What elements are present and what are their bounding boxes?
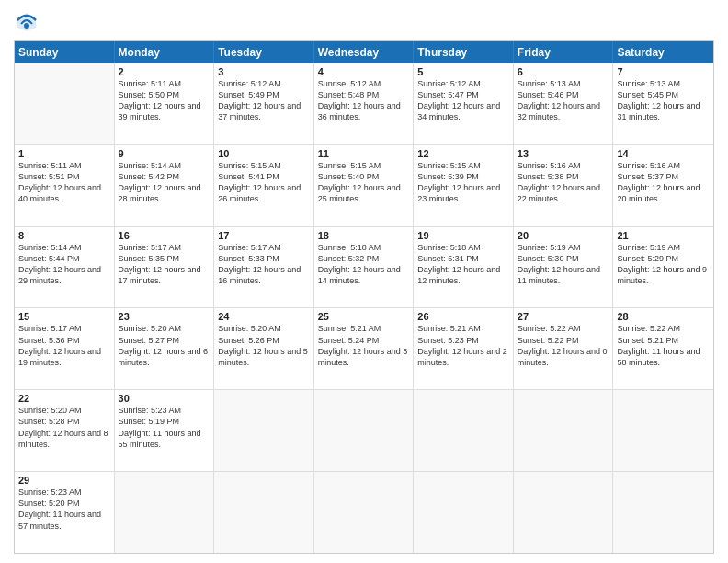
day-number: 29: [18, 475, 110, 486]
cell-details: Sunrise: 5:14 AMSunset: 5:42 PMDaylight:…: [119, 160, 210, 205]
calendar-row-2: 8Sunrise: 5:14 AMSunset: 5:44 PMDaylight…: [15, 226, 713, 308]
calendar-cell: 9Sunrise: 5:14 AMSunset: 5:42 PMDaylight…: [115, 145, 215, 226]
day-number: 24: [218, 311, 310, 322]
cell-details: Sunrise: 5:19 AMSunset: 5:30 PMDaylight:…: [518, 242, 609, 287]
calendar-cell: 11Sunrise: 5:15 AMSunset: 5:40 PMDayligh…: [314, 145, 415, 226]
calendar-cell: 15Sunrise: 5:17 AMSunset: 5:36 PMDayligh…: [15, 308, 115, 389]
cell-details: Sunrise: 5:23 AMSunset: 5:19 PMDaylight:…: [119, 405, 210, 450]
cell-details: Sunrise: 5:12 AMSunset: 5:47 PMDaylight:…: [417, 78, 509, 123]
day-number: 4: [318, 66, 410, 77]
calendar-cell: 13Sunrise: 5:16 AMSunset: 5:38 PMDayligh…: [514, 145, 614, 226]
calendar-cell: 2Sunrise: 5:11 AMSunset: 5:50 PMDaylight…: [115, 63, 215, 144]
cell-details: Sunrise: 5:17 AMSunset: 5:33 PMDaylight:…: [218, 242, 310, 287]
calendar-cell: [314, 390, 415, 471]
day-number: 7: [617, 66, 710, 77]
cell-details: Sunrise: 5:18 AMSunset: 5:31 PMDaylight:…: [417, 242, 509, 287]
cell-details: Sunrise: 5:15 AMSunset: 5:39 PMDaylight:…: [417, 160, 509, 205]
calendar-cell: [514, 390, 614, 471]
cell-details: Sunrise: 5:13 AMSunset: 5:46 PMDaylight:…: [518, 78, 609, 123]
calendar-cell: 4Sunrise: 5:12 AMSunset: 5:48 PMDaylight…: [314, 63, 415, 144]
calendar-row-0: 2Sunrise: 5:11 AMSunset: 5:50 PMDaylight…: [15, 63, 713, 144]
calendar-cell: 24Sunrise: 5:20 AMSunset: 5:26 PMDayligh…: [214, 308, 314, 389]
cell-details: Sunrise: 5:18 AMSunset: 5:32 PMDaylight:…: [318, 242, 410, 287]
calendar-cell: [214, 390, 314, 471]
cell-details: Sunrise: 5:21 AMSunset: 5:24 PMDaylight:…: [318, 323, 410, 368]
day-number: 9: [119, 148, 210, 159]
day-number: 22: [18, 393, 110, 404]
cell-details: Sunrise: 5:17 AMSunset: 5:35 PMDaylight:…: [119, 242, 210, 287]
calendar-cell: [414, 390, 514, 471]
calendar-cell: 8Sunrise: 5:14 AMSunset: 5:44 PMDaylight…: [15, 227, 115, 308]
calendar-cell: 3Sunrise: 5:12 AMSunset: 5:49 PMDaylight…: [214, 63, 314, 144]
calendar-cell: [613, 472, 713, 553]
day-number: 15: [18, 311, 110, 322]
day-number: 3: [218, 66, 310, 77]
calendar-cell: 29Sunrise: 5:23 AMSunset: 5:20 PMDayligh…: [15, 472, 115, 553]
day-number: 13: [518, 148, 609, 159]
header-day-wednesday: Wednesday: [314, 41, 415, 63]
cell-details: Sunrise: 5:19 AMSunset: 5:29 PMDaylight:…: [617, 242, 710, 287]
cell-details: Sunrise: 5:12 AMSunset: 5:48 PMDaylight:…: [318, 78, 410, 123]
header: [14, 9, 714, 35]
cell-details: Sunrise: 5:16 AMSunset: 5:38 PMDaylight:…: [518, 160, 609, 205]
calendar-cell: 14Sunrise: 5:16 AMSunset: 5:37 PMDayligh…: [613, 145, 713, 226]
calendar-cell: 27Sunrise: 5:22 AMSunset: 5:22 PMDayligh…: [514, 308, 614, 389]
calendar-header: SundayMondayTuesdayWednesdayThursdayFrid…: [15, 41, 713, 63]
calendar: SundayMondayTuesdayWednesdayThursdayFrid…: [14, 40, 714, 554]
calendar-cell: 21Sunrise: 5:19 AMSunset: 5:29 PMDayligh…: [613, 227, 713, 308]
day-number: 11: [318, 148, 410, 159]
cell-details: Sunrise: 5:20 AMSunset: 5:26 PMDaylight:…: [218, 323, 310, 368]
day-number: 18: [318, 230, 410, 241]
day-number: 20: [518, 230, 609, 241]
cell-details: Sunrise: 5:14 AMSunset: 5:44 PMDaylight:…: [18, 242, 110, 287]
calendar-cell: [15, 63, 115, 144]
cell-details: Sunrise: 5:17 AMSunset: 5:36 PMDaylight:…: [18, 323, 110, 368]
calendar-cell: 26Sunrise: 5:21 AMSunset: 5:23 PMDayligh…: [414, 308, 514, 389]
day-number: 19: [417, 230, 509, 241]
calendar-cell: 17Sunrise: 5:17 AMSunset: 5:33 PMDayligh…: [214, 227, 314, 308]
calendar-cell: 22Sunrise: 5:20 AMSunset: 5:28 PMDayligh…: [15, 390, 115, 471]
day-number: 6: [518, 66, 609, 77]
header-day-saturday: Saturday: [613, 41, 713, 63]
calendar-cell: 28Sunrise: 5:22 AMSunset: 5:21 PMDayligh…: [613, 308, 713, 389]
calendar-cell: 7Sunrise: 5:13 AMSunset: 5:45 PMDaylight…: [613, 63, 713, 144]
cell-details: Sunrise: 5:20 AMSunset: 5:28 PMDaylight:…: [18, 405, 110, 450]
day-number: 8: [18, 230, 110, 241]
calendar-row-1: 1Sunrise: 5:11 AMSunset: 5:51 PMDaylight…: [15, 144, 713, 226]
header-day-friday: Friday: [514, 41, 614, 63]
calendar-cell: [613, 390, 713, 471]
calendar-cell: 12Sunrise: 5:15 AMSunset: 5:39 PMDayligh…: [414, 145, 514, 226]
cell-details: Sunrise: 5:22 AMSunset: 5:21 PMDaylight:…: [617, 323, 710, 368]
calendar-cell: 5Sunrise: 5:12 AMSunset: 5:47 PMDaylight…: [414, 63, 514, 144]
calendar-body: 2Sunrise: 5:11 AMSunset: 5:50 PMDaylight…: [15, 63, 713, 553]
calendar-cell: 18Sunrise: 5:18 AMSunset: 5:32 PMDayligh…: [314, 227, 415, 308]
cell-details: Sunrise: 5:21 AMSunset: 5:23 PMDaylight:…: [417, 323, 509, 368]
day-number: 26: [417, 311, 509, 322]
calendar-cell: [414, 472, 514, 553]
page: SundayMondayTuesdayWednesdayThursdayFrid…: [0, 0, 728, 563]
calendar-cell: 30Sunrise: 5:23 AMSunset: 5:19 PMDayligh…: [115, 390, 215, 471]
cell-details: Sunrise: 5:20 AMSunset: 5:27 PMDaylight:…: [119, 323, 210, 368]
calendar-cell: [514, 472, 614, 553]
cell-details: Sunrise: 5:11 AMSunset: 5:50 PMDaylight:…: [119, 78, 210, 123]
day-number: 25: [318, 311, 410, 322]
day-number: 12: [417, 148, 509, 159]
calendar-cell: 1Sunrise: 5:11 AMSunset: 5:51 PMDaylight…: [15, 145, 115, 226]
day-number: 21: [617, 230, 710, 241]
day-number: 27: [518, 311, 609, 322]
logo-icon: [14, 9, 40, 35]
calendar-row-5: 29Sunrise: 5:23 AMSunset: 5:20 PMDayligh…: [15, 471, 713, 553]
cell-details: Sunrise: 5:13 AMSunset: 5:45 PMDaylight:…: [617, 78, 710, 123]
cell-details: Sunrise: 5:22 AMSunset: 5:22 PMDaylight:…: [518, 323, 609, 368]
calendar-cell: 20Sunrise: 5:19 AMSunset: 5:30 PMDayligh…: [514, 227, 614, 308]
day-number: 14: [617, 148, 710, 159]
cell-details: Sunrise: 5:16 AMSunset: 5:37 PMDaylight:…: [617, 160, 710, 205]
header-day-tuesday: Tuesday: [214, 41, 314, 63]
calendar-cell: 23Sunrise: 5:20 AMSunset: 5:27 PMDayligh…: [115, 308, 215, 389]
day-number: 16: [119, 230, 210, 241]
calendar-cell: 19Sunrise: 5:18 AMSunset: 5:31 PMDayligh…: [414, 227, 514, 308]
calendar-row-3: 15Sunrise: 5:17 AMSunset: 5:36 PMDayligh…: [15, 307, 713, 389]
calendar-cell: [115, 472, 215, 553]
day-number: 28: [617, 311, 710, 322]
calendar-cell: 6Sunrise: 5:13 AMSunset: 5:46 PMDaylight…: [514, 63, 614, 144]
